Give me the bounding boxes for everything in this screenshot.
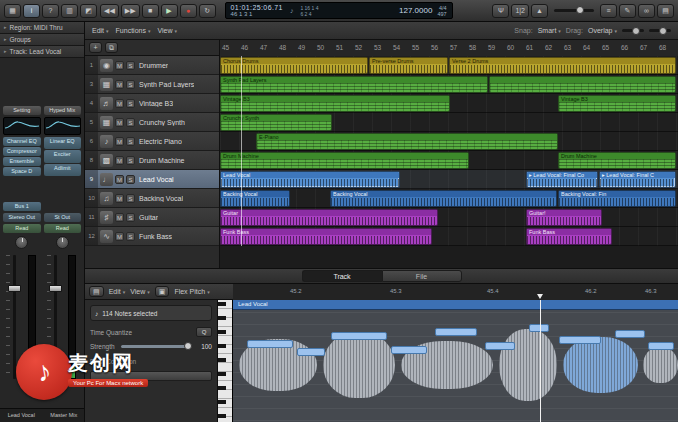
channel-strip-setting-button[interactable]: Hyped Mix <box>44 106 82 115</box>
track-lane[interactable]: Lead Vocal▸ Lead Vocal: Final Co▸ Lead V… <box>220 170 678 189</box>
time-quantize-button[interactable]: Q <box>196 327 212 337</box>
track-header[interactable]: 8▩MSDrum Machine <box>85 151 219 170</box>
play-button[interactable]: ▶ <box>161 4 178 18</box>
track-lane[interactable]: Funk BassFunk Bass <box>220 227 678 246</box>
region[interactable]: Guitar! <box>526 209 602 226</box>
region[interactable]: Crunchy Synth <box>220 114 332 131</box>
track-name[interactable]: Drum Machine <box>139 157 185 164</box>
forward-button[interactable]: ▶▶ <box>121 4 140 18</box>
mute-button[interactable]: M <box>115 156 124 165</box>
track-lane[interactable]: Chorus DrumsPre-verse DrumsVerse 2 Drums <box>220 56 678 75</box>
track-name[interactable]: Lead Vocal <box>139 176 174 183</box>
track-lane[interactable]: E-Piano <box>220 132 678 151</box>
mute-button[interactable]: M <box>115 175 124 184</box>
mute-button[interactable]: M <box>115 232 124 241</box>
plugin-slot[interactable]: Channel EQ <box>3 137 41 146</box>
plugin-slot[interactable]: Compressor <box>3 147 41 156</box>
region[interactable]: Chorus Drums <box>220 57 368 74</box>
track-name[interactable]: Vintage B3 <box>139 100 173 107</box>
snap-dropdown[interactable]: Smart <box>538 27 561 34</box>
midi-in-icon[interactable]: ▣ <box>155 286 170 297</box>
track-name[interactable]: Backing Vocal <box>139 195 183 202</box>
editor-icon[interactable]: ▤ <box>89 286 104 297</box>
track-header[interactable]: 4♬MSVintage B3 <box>85 94 219 113</box>
track-lane[interactable]: Crunchy Synth <box>220 113 678 132</box>
apple-loops-icon[interactable]: ∞ <box>638 4 655 18</box>
region[interactable]: Pre-verse Drums <box>369 57 448 74</box>
plugin-slot[interactable]: Space D <box>3 167 41 176</box>
flex-pitch-note[interactable] <box>247 340 293 348</box>
mute-button[interactable]: M <box>115 61 124 70</box>
region[interactable]: E-Piano <box>256 133 558 150</box>
editor-region-header[interactable]: Lead Vocal <box>233 300 678 310</box>
metronome-icon[interactable]: ▲ <box>531 4 548 18</box>
region[interactable]: Funk Bass <box>220 228 432 245</box>
lcd-tempo[interactable]: 127.0000 <box>399 6 432 15</box>
track-lane[interactable]: Backing VocalBacking VocalBacking Vocal:… <box>220 189 678 208</box>
solo-button[interactable]: S <box>126 118 135 127</box>
cycle-button[interactable]: ↻ <box>199 4 216 18</box>
channel-strip-name[interactable]: Lead Vocal <box>0 409 43 422</box>
pan-knob[interactable] <box>15 236 28 249</box>
flex-pitch-note[interactable] <box>648 342 674 350</box>
drag-dropdown[interactable]: Overlap <box>588 27 617 34</box>
mute-button[interactable]: M <box>115 118 124 127</box>
track-header[interactable]: 9♩MSLead Vocal <box>85 170 219 189</box>
tab-file[interactable]: File <box>382 270 462 282</box>
track-lane[interactable]: GuitarGuitar! <box>220 208 678 227</box>
track-header[interactable]: 10♫MSBacking Vocal <box>85 189 219 208</box>
channel-strip-name[interactable]: Master Mix <box>43 409 86 422</box>
region[interactable]: Backing Vocal <box>220 190 290 207</box>
flex-pitch-note[interactable] <box>559 336 601 344</box>
region[interactable]: Synth Pad Layers <box>220 76 488 93</box>
rewind-button[interactable]: ◀◀ <box>100 4 119 18</box>
track-header[interactable]: 12∿MSFunk Bass <box>85 227 219 246</box>
duplicate-track-button[interactable]: ⧉ <box>105 42 118 53</box>
region[interactable] <box>489 76 676 93</box>
quick-help-icon[interactable]: ? <box>42 4 59 18</box>
output-slot[interactable]: Stereo Out <box>3 213 41 222</box>
region-inspector-header[interactable]: ▸ Region: MIDI Thru <box>0 22 84 34</box>
bar-ruler[interactable]: 4546474849505152535455565758596061626364… <box>220 40 678 57</box>
region[interactable]: Drum Machine <box>558 152 676 169</box>
solo-button[interactable]: S <box>126 99 135 108</box>
track-header[interactable]: 1◉MSDrummer <box>85 56 219 75</box>
tab-track[interactable]: Track <box>302 270 382 282</box>
track-lane[interactable]: Vintage B3Vintage B3 <box>220 94 678 113</box>
flex-pitch-note[interactable] <box>485 342 515 350</box>
list-editors-icon[interactable]: ≡ <box>600 4 617 18</box>
editor-view-menu[interactable]: View <box>130 288 150 295</box>
track-lane[interactable]: Synth Pad Layers <box>220 75 678 94</box>
automation-mode-button[interactable]: Read <box>44 224 82 233</box>
mute-button[interactable]: M <box>115 194 124 203</box>
mixer-icon[interactable]: ▥ <box>61 4 78 18</box>
groups-inspector-header[interactable]: ▸ Groups <box>0 34 84 46</box>
track-lane[interactable]: Drum MachineDrum Machine <box>220 151 678 170</box>
mute-button[interactable]: M <box>115 137 124 146</box>
playhead[interactable] <box>241 56 242 246</box>
mute-button[interactable]: M <box>115 99 124 108</box>
eq-display-thumbnail[interactable] <box>44 117 82 135</box>
solo-button[interactable]: S <box>126 156 135 165</box>
plugin-slot[interactable]: Exciter <box>44 150 82 162</box>
record-button[interactable]: ● <box>180 4 197 18</box>
edit-menu[interactable]: Edit <box>92 27 109 34</box>
region[interactable]: Vintage B3 <box>558 95 676 112</box>
flex-mode-dropdown[interactable]: Flex Pitch <box>174 288 209 295</box>
track-name[interactable]: Guitar <box>139 214 158 221</box>
track-inspector-header[interactable]: ▸ Track: Lead Vocal <box>0 46 84 58</box>
track-name[interactable]: Funk Bass <box>139 233 172 240</box>
note-pads-icon[interactable]: ✎ <box>619 4 636 18</box>
lcd-display[interactable]: 01:01:25:06.71 46 1 3 1 ♪ 1 16 1 4 6 2 4… <box>225 2 453 19</box>
solo-button[interactable]: S <box>126 194 135 203</box>
smart-controls-icon[interactable]: ◩ <box>80 4 97 18</box>
add-track-button[interactable]: + <box>89 42 102 53</box>
region[interactable]: Vintage B3 <box>220 95 450 112</box>
track-name[interactable]: Crunchy Synth <box>139 119 185 126</box>
track-header[interactable]: 6♪MSElectric Piano <box>85 132 219 151</box>
volume-knob[interactable] <box>576 6 584 14</box>
region[interactable]: Lead Vocal <box>220 171 400 188</box>
flex-pitch-editor[interactable]: Lead Vocal <box>233 300 678 422</box>
flex-pitch-note[interactable] <box>529 324 549 332</box>
region[interactable]: Backing Vocal <box>330 190 557 207</box>
